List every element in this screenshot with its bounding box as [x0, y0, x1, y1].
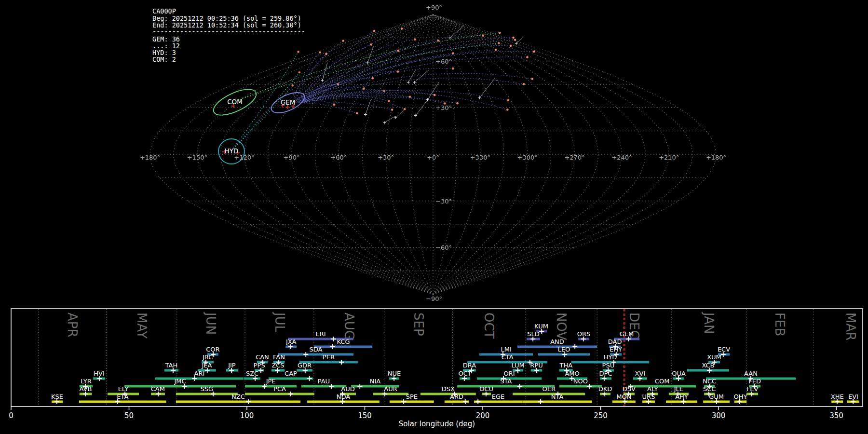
gem-trail	[297, 28, 402, 99]
shower-bar-ETA	[79, 401, 166, 403]
trail-end-dot	[434, 94, 436, 96]
activity-timeline-panel: APRMAYJUNJULAUGSEPOCTNOVDECJANFEBMARKUME…	[9, 309, 863, 420]
shower-label-EVI: EVI	[848, 393, 858, 400]
shower-label-EHY: EHY	[610, 346, 622, 353]
shower-ellipse-label-COM: COM	[227, 98, 243, 106]
count-com: COM: 2	[152, 55, 176, 63]
shower-label-PAU: PAU	[318, 378, 330, 385]
trail-end-dot	[510, 45, 512, 47]
shower-label-AMO: AMO	[565, 370, 579, 377]
shower-bar-JPE	[245, 385, 297, 388]
shower-label-ALY: ALY	[647, 385, 658, 393]
gem-trail	[296, 103, 357, 113]
shower-peak-marker-CAP	[307, 376, 312, 381]
shower-label-COM: COM	[655, 378, 670, 385]
shower-label-AND: AND	[550, 338, 564, 345]
trail-end-dot	[531, 78, 534, 80]
shower-label-DSV: DSV	[623, 385, 636, 393]
x-axis-tick-label: 150	[358, 411, 372, 420]
x-axis-tick-label: 300	[712, 411, 726, 420]
gem-trail	[302, 53, 453, 100]
trail-end-dot	[452, 68, 454, 70]
shower-bar-EGE	[474, 401, 522, 403]
shower-label-XCB: XCB	[702, 362, 715, 369]
shower-label-ARD: ARD	[450, 393, 463, 400]
shower-label-THA: THA	[559, 362, 573, 369]
shower-label-JPE: JPE	[266, 378, 276, 385]
longitude-label: +240°	[611, 154, 632, 161]
sporadic-trail	[384, 116, 394, 122]
trail-end-dot	[370, 43, 372, 46]
shower-bar-SZC	[244, 378, 260, 380]
trail-end-dot	[401, 27, 403, 30]
shower-label-HYD: HYD	[604, 353, 617, 361]
trail-end-dot	[404, 108, 406, 110]
shower-label-ERI: ERI	[316, 330, 326, 338]
shower-label-NUE: NUE	[388, 370, 401, 377]
shower-bar-AUR	[373, 393, 408, 395]
shower-label-NDA: NDA	[337, 393, 351, 400]
shower-label-COR: COR	[206, 346, 219, 353]
shower-label-FED: FED	[748, 378, 761, 385]
shower-bar-COM	[628, 385, 696, 388]
shower-bar-NZC	[176, 401, 300, 403]
month-label-NOV: NOV	[554, 312, 569, 340]
shower-label-NTA: NTA	[551, 393, 564, 400]
gem-trail	[297, 91, 508, 102]
trail-end-dot	[291, 84, 293, 86]
shower-label-NCC: NCC	[703, 378, 716, 385]
sporadic-trail	[516, 37, 523, 43]
shower-label-GDR: GDR	[298, 362, 312, 369]
month-label-OCT: OCT	[482, 312, 496, 339]
shower-label-OCT: OCT	[458, 370, 471, 377]
shower-peak-marker-KCG	[330, 344, 335, 349]
shower-label-TAH: TAH	[165, 362, 178, 369]
shower-peak-marker-NIA	[357, 384, 362, 389]
shower-peak-marker-SDA	[303, 352, 308, 357]
gem-trail	[307, 95, 445, 103]
trail-end-dot	[363, 87, 365, 90]
gem-trail	[295, 40, 515, 100]
sporadic-marker	[321, 79, 324, 82]
shower-bar-SSG	[176, 393, 238, 395]
shower-label-JLE: JLE	[674, 385, 683, 393]
sporadic-trail	[395, 110, 404, 118]
shower-label-PSU: PSU	[602, 362, 615, 369]
shower-label-XVI: XVI	[635, 370, 646, 377]
trail-end-dot	[523, 83, 525, 85]
shower-label-LUM: LUM	[511, 362, 524, 369]
trail-end-dot	[499, 32, 501, 34]
shower-bar-NTA	[522, 401, 592, 403]
trail-end-dot	[298, 71, 300, 73]
station-code: CA000P	[152, 7, 176, 15]
shower-label-ELY: ELY	[118, 385, 129, 393]
shower-peak-marker-ARD	[463, 399, 468, 404]
shower-label-OER: OER	[542, 385, 555, 393]
shower-label-FAN: FAN	[273, 353, 285, 361]
x-axis-tick-label: 50	[124, 411, 134, 420]
shower-label-AVB: AVB	[80, 385, 92, 393]
shower-label-OHY: OHY	[734, 393, 747, 400]
longitude-label: +30°	[378, 154, 394, 161]
trail-end-dot	[514, 39, 516, 41]
separator-line: ---------------------------------------	[152, 27, 305, 35]
longitude-label: +0°	[427, 154, 439, 161]
longitude-label: +180°	[140, 154, 160, 161]
longitude-label: +60°	[330, 154, 347, 161]
shower-label-SPE: SPE	[406, 393, 418, 400]
month-label-SEP: SEP	[411, 312, 426, 336]
shower-label-ARI: ARI	[194, 370, 205, 377]
x-axis-title: Solar longitude (deg)	[399, 420, 475, 428]
gem-trail	[304, 46, 511, 101]
month-label-JUN: JUN	[203, 312, 218, 335]
longitude-label: +330°	[470, 154, 490, 161]
shower-label-KUM: KUM	[534, 323, 548, 330]
shower-label-HVI: HVI	[94, 370, 105, 377]
shower-bar-SDA	[278, 353, 353, 356]
shower-label-XHE: XHE	[831, 393, 844, 400]
gem-trail	[293, 41, 343, 95]
shower-peak-marker-NTA	[538, 399, 543, 404]
south-pole-label: −90°	[426, 295, 442, 302]
shower-bar-OER	[513, 393, 585, 395]
shower-label-JXA: JXA	[285, 338, 297, 345]
